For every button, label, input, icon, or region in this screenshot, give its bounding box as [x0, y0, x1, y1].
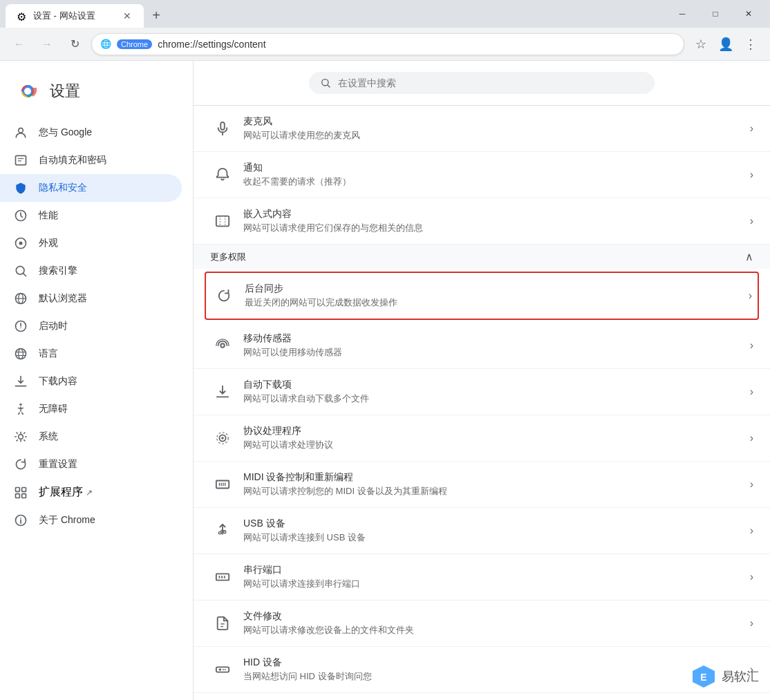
- sidebar-item-appearance-label: 外观: [39, 237, 58, 249]
- sidebar-item-performance[interactable]: 性能: [0, 202, 182, 229]
- sidebar-item-reset[interactable]: 重置设置: [0, 451, 182, 478]
- svg-point-38: [220, 343, 225, 348]
- reload-button[interactable]: ↻: [64, 33, 86, 55]
- sidebar-item-google[interactable]: 您与 Google: [0, 119, 182, 146]
- sidebar-item-about-label: 关于 Chrome: [39, 514, 95, 527]
- address-url: chrome://settings/content: [158, 39, 675, 50]
- toolbar-actions: ☆ 👤 ⋮: [690, 33, 762, 55]
- person-icon: [14, 126, 28, 140]
- external-link-icon: ↗: [86, 488, 93, 498]
- sidebar-item-extensions-label-wrap: 扩展程序 ↗: [39, 485, 93, 500]
- performance-icon: [14, 209, 28, 223]
- midi-title: MIDI 设备控制和重新编程: [243, 471, 750, 484]
- watermark-logo-icon: E: [691, 664, 716, 689]
- profile-button[interactable]: 👤: [715, 33, 737, 55]
- bookmark-button[interactable]: ☆: [690, 33, 712, 55]
- settings-item-notification[interactable]: 通知 收起不需要的请求（推荐） ›: [194, 152, 770, 198]
- new-tab-button[interactable]: +: [147, 6, 166, 25]
- accessibility-icon: [14, 402, 28, 416]
- motion-sensors-arrow-icon: ›: [750, 339, 753, 352]
- main-area: 设置 您与 Google 自动填充和密码 隐私和安全: [0, 61, 770, 700]
- svg-point-20: [19, 349, 24, 359]
- minimize-button[interactable]: ─: [666, 4, 698, 23]
- language-icon: [14, 347, 28, 361]
- settings-item-embedded[interactable]: 嵌入式内容 网站可以请求使用它们保存的与您相关的信息 ›: [194, 198, 770, 245]
- usb-title: USB 设备: [243, 518, 750, 530]
- usb-arrow-icon: ›: [750, 524, 753, 537]
- download-icon: [14, 375, 28, 388]
- settings-item-clipboard[interactable]: 剪贴板 ›: [194, 693, 770, 700]
- chrome-badge: Chrome: [117, 39, 152, 49]
- collapse-icon[interactable]: ∧: [745, 250, 753, 263]
- sidebar-item-google-label: 您与 Google: [39, 126, 92, 139]
- file-edit-title: 文件修改: [243, 610, 750, 623]
- sidebar-item-search[interactable]: 搜索引擎: [0, 257, 182, 285]
- file-edit-arrow-icon: ›: [750, 617, 753, 630]
- settings-item-microphone[interactable]: 麦克风 网站可以请求使用您的麦克风 ›: [194, 106, 770, 152]
- serial-icon: [210, 565, 235, 589]
- settings-item-motion-sensors[interactable]: 移动传感器 网站可以使用移动传感器 ›: [194, 323, 770, 369]
- settings-item-usb[interactable]: USB 设备 网站可以请求连接到 USB 设备 ›: [194, 508, 770, 554]
- appearance-icon: [14, 236, 28, 250]
- sidebar-item-system[interactable]: 系统: [0, 423, 182, 451]
- svg-point-10: [19, 242, 23, 245]
- search-input[interactable]: [338, 77, 644, 88]
- watermark-text: 易软汇: [722, 668, 759, 685]
- browser-icon: [14, 292, 28, 305]
- settings-item-serial[interactable]: 串行端口 网站可以请求连接到串行端口 ›: [194, 554, 770, 600]
- active-tab[interactable]: ⚙ 设置 - 网站设置 ✕: [6, 4, 144, 28]
- motion-sensors-title: 移动传感器: [243, 332, 750, 345]
- forward-button[interactable]: →: [36, 33, 58, 55]
- search-bar-area: [194, 61, 770, 106]
- hid-icon: [210, 657, 235, 682]
- embedded-arrow-icon: ›: [750, 215, 753, 227]
- settings-item-auto-download[interactable]: 自动下载项 网站可以请求自动下载多个文件 ›: [194, 369, 770, 415]
- svg-point-63: [225, 669, 226, 670]
- svg-point-41: [221, 437, 224, 439]
- sidebar-item-privacy[interactable]: 隐私和安全: [0, 174, 182, 202]
- settings-item-midi[interactable]: MIDI 设备控制和重新编程 网站可以请求控制您的 MIDI 设备以及为其重新编…: [194, 462, 770, 508]
- title-bar: ⚙ 设置 - 网站设置 ✕ + ─ □ ✕: [0, 0, 770, 28]
- sidebar-item-startup[interactable]: 启动时: [0, 312, 182, 340]
- tab-title: 设置 - 网站设置: [33, 10, 116, 22]
- settings-item-background-sync[interactable]: 后台同步 最近关闭的网站可以完成数据收发操作 ›: [205, 272, 759, 320]
- sidebar-item-language[interactable]: 语言: [0, 340, 182, 368]
- address-bar[interactable]: 🌐 Chrome chrome://settings/content: [91, 33, 684, 55]
- microphone-icon: [210, 116, 235, 141]
- settings-item-protocol[interactable]: 协议处理程序 网站可以请求处理协议 ›: [194, 415, 770, 462]
- sidebar-item-privacy-label: 隐私和安全: [39, 182, 87, 194]
- microphone-title: 麦克风: [243, 115, 750, 128]
- tab-close-button[interactable]: ✕: [122, 10, 133, 21]
- sidebar-item-appearance[interactable]: 外观: [0, 229, 182, 257]
- back-button[interactable]: ←: [8, 33, 30, 55]
- svg-point-18: [20, 328, 21, 329]
- toolbar: ← → ↻ 🌐 Chrome chrome://settings/content…: [0, 28, 770, 61]
- security-icon: 🌐: [100, 39, 111, 49]
- background-sync-arrow-icon: ›: [749, 290, 752, 302]
- menu-button[interactable]: ⋮: [740, 33, 762, 55]
- search-wrap[interactable]: [309, 72, 655, 94]
- more-permissions-label: 更多权限: [210, 251, 246, 263]
- sidebar-item-defaultbrowser-label: 默认浏览器: [39, 292, 87, 305]
- sidebar-item-startup-label: 启动时: [39, 320, 68, 332]
- sidebar-item-accessibility[interactable]: 无障碍: [0, 395, 182, 423]
- protocol-arrow-icon: ›: [750, 432, 753, 444]
- settings-item-file-edit[interactable]: 文件修改 网站可以请求修改您设备上的文件和文件夹 ›: [194, 600, 770, 647]
- sidebar-item-extensions[interactable]: 扩展程序 ↗: [0, 478, 182, 507]
- settings-title: 设置: [50, 81, 80, 102]
- sidebar-item-about[interactable]: 关于 Chrome: [0, 507, 182, 534]
- usb-text: USB 设备 网站可以请求连接到 USB 设备: [243, 518, 750, 544]
- notification-text: 通知 收起不需要的请求（推荐）: [243, 162, 750, 188]
- sidebar-item-download[interactable]: 下载内容: [0, 368, 182, 395]
- notification-title: 通知: [243, 162, 750, 174]
- svg-point-25: [19, 435, 24, 439]
- notification-arrow-icon: ›: [750, 169, 753, 181]
- sidebar-item-language-label: 语言: [39, 348, 58, 360]
- maximize-button[interactable]: □: [699, 4, 731, 23]
- close-button[interactable]: ✕: [733, 4, 764, 23]
- settings-item-hid[interactable]: HID 设备 当网站想访问 HID 设备时询问您 ›: [194, 647, 770, 693]
- sidebar-item-defaultbrowser[interactable]: 默认浏览器: [0, 285, 182, 312]
- notification-icon: [210, 162, 235, 187]
- sidebar-item-autofill[interactable]: 自动填充和密码: [0, 146, 182, 174]
- hid-desc: 当网站想访问 HID 设备时询问您: [243, 670, 750, 683]
